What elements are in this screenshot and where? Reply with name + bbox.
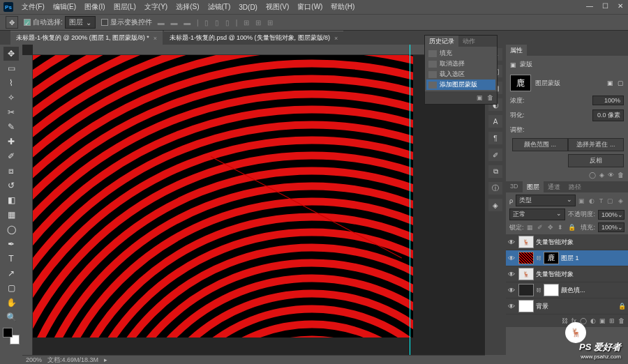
filter-icons[interactable]: ▣ ◐ T ▢ ◈ (578, 197, 625, 204)
lasso-tool[interactable]: ⌇ (3, 76, 19, 90)
document-tab-1[interactable]: 未标题-1-恢复的 @ 200% (图层 1, 图层蒙版/8) *× (10, 31, 163, 45)
auto-select-checkbox[interactable]: ✓ 自动选择: 图层⌄ (24, 16, 96, 29)
group-icon[interactable]: ▣ (599, 317, 606, 324)
menu-view[interactable]: 视图(V) (266, 2, 289, 12)
link-icon[interactable]: ⛓ (536, 287, 541, 294)
history-tab[interactable]: 历史记录 (425, 36, 458, 47)
history-item[interactable]: 添加图层蒙版 (426, 79, 495, 90)
layer-name[interactable]: 失量智能对象 (536, 238, 626, 247)
layer-thumbnail[interactable] (518, 252, 534, 264)
layer-name[interactable]: 失量智能对象 (536, 270, 626, 279)
dodge-tool[interactable]: ◯ (3, 222, 19, 236)
history-item[interactable]: 取消选择 (426, 59, 495, 69)
color-swatches[interactable] (3, 328, 20, 344)
delete-mask-icon[interactable]: 🗑 (618, 172, 624, 179)
feather-value[interactable]: 0.0 像素 (592, 109, 624, 121)
path-tool[interactable]: ↗ (3, 266, 19, 280)
apply-mask-icon[interactable]: ◈ (599, 172, 604, 179)
delete-layer-icon[interactable]: 🗑 (618, 317, 625, 324)
close-tab-icon[interactable]: × (334, 35, 338, 42)
gradient-tool[interactable]: ▦ (3, 208, 19, 222)
menu-filter[interactable]: 滤镜(T) (208, 2, 231, 12)
styles-panel-icon[interactable]: A (488, 115, 502, 128)
character-panel-icon[interactable]: ¶ (488, 132, 502, 144)
properties-tab[interactable]: 属性 (506, 45, 527, 56)
move-tool[interactable]: ✥ (3, 47, 19, 61)
info-panel-icon[interactable]: ⓘ (488, 182, 502, 195)
auto-select-dropdown[interactable]: 图层⌄ (65, 16, 96, 29)
mask-thumbnail[interactable]: 鹿 (544, 252, 559, 264)
healing-tool[interactable]: ✚ (3, 135, 19, 149)
history-new-icon[interactable]: ▣ (477, 94, 483, 101)
lock-icons[interactable]: ▦ ✐ ✥ ⬍ 🔒 (527, 224, 577, 231)
opacity-value[interactable]: 100%⌄ (598, 210, 625, 220)
layer-thumbnail[interactable] (518, 300, 534, 312)
menu-layer[interactable]: 图层(L) (114, 2, 136, 12)
kind-icon[interactable]: ρ (509, 197, 513, 204)
maximize-button[interactable]: ☐ (601, 2, 609, 10)
visibility-icon[interactable]: 👁 (508, 255, 516, 262)
menu-3d[interactable]: 3D(D) (239, 3, 257, 11)
minimize-button[interactable]: — (585, 2, 594, 10)
show-transform-checkbox[interactable]: 显示变换控件 (101, 17, 152, 27)
foreground-color[interactable] (3, 328, 13, 338)
status-arrow-icon[interactable]: ▸ (104, 356, 107, 363)
history-delete-icon[interactable]: 🗑 (487, 94, 493, 101)
mask-thumbnail[interactable] (544, 284, 559, 296)
kind-dropdown[interactable]: 类型⌄ (516, 195, 576, 206)
layer-name[interactable]: 背景 (536, 302, 616, 311)
document-canvas[interactable] (33, 55, 413, 338)
visibility-icon[interactable]: 👁 (508, 271, 516, 278)
fill-value[interactable]: 100%⌄ (598, 222, 625, 232)
menu-image[interactable]: 图像(I) (84, 2, 105, 12)
close-button[interactable]: ✕ (616, 2, 625, 10)
layer-thumbnail[interactable] (518, 284, 534, 296)
layer-thumbnail[interactable]: 🦌 (518, 236, 534, 248)
menu-window[interactable]: 窗口(W) (297, 2, 322, 12)
menu-type[interactable]: 文字(Y) (144, 2, 167, 12)
select-and-mask-button[interactable]: 选择并遮住 ... (568, 138, 624, 151)
disable-mask-icon[interactable]: 👁 (608, 172, 614, 179)
move-tool-icon[interactable]: ✥ (6, 16, 18, 29)
adjustment-icon[interactable]: ◐ (590, 317, 596, 324)
menu-edit[interactable]: 编辑(E) (53, 2, 76, 12)
paths-tab[interactable]: 路径 (565, 181, 585, 192)
zoom-level[interactable]: 200% (26, 356, 42, 363)
vector-mask-icon[interactable]: ▢ (618, 79, 624, 86)
document-tab-2[interactable]: 未标题-1-恢复的.psd @ 100% (失量智能对象, 图层蒙版/8)× (164, 31, 343, 45)
density-value[interactable]: 100% (592, 96, 624, 105)
layer-name[interactable]: 图层 1 (561, 254, 626, 263)
crop-tool[interactable]: ✂ (3, 105, 19, 119)
type-tool[interactable]: T (3, 252, 19, 266)
guide-vertical[interactable] (410, 45, 410, 355)
layer-row[interactable]: 👁 ⛓ 颜色填... (506, 282, 628, 298)
zoom-tool[interactable]: 🔍 (3, 310, 19, 324)
layer-row[interactable]: 👁 背景 🔒 (506, 298, 628, 314)
channels-tab[interactable]: 通道 (544, 181, 565, 192)
layer-row[interactable]: 👁 ⛓ 鹿 图层 1 (506, 250, 628, 266)
align-icons[interactable]: ▬ ▬ ▬ | ▯ ▯ ▯ | ⊞ ⊞ ⊞ (158, 19, 275, 26)
layer-row[interactable]: 👁 🦌 失量智能对象 (506, 234, 628, 250)
pixel-mask-icon[interactable]: ▣ (607, 79, 613, 86)
clone-panel-icon[interactable]: ⧉ (488, 165, 502, 178)
hand-tool[interactable]: ✋ (3, 296, 19, 310)
eyedropper-tool[interactable]: ✎ (3, 120, 19, 134)
link-layers-icon[interactable]: ⛓ (562, 317, 568, 324)
layer-name[interactable]: 颜色填... (561, 286, 626, 295)
stamp-tool[interactable]: ⧈ (3, 164, 19, 178)
link-icon[interactable]: ⛓ (536, 255, 541, 261)
navigator-panel-icon[interactable]: ◈ (488, 199, 502, 211)
ruler-vertical[interactable] (22, 55, 33, 355)
history-brush-tool[interactable]: ↺ (3, 179, 19, 192)
document-info[interactable]: 文档:4.69M/18.3M (47, 356, 98, 365)
history-item[interactable]: 填充 (426, 48, 495, 59)
ruler-horizontal[interactable] (33, 45, 485, 55)
layer-row[interactable]: 👁 🦌 失量智能对象 (506, 266, 628, 282)
mask-thumbnail[interactable]: 鹿 (510, 75, 531, 91)
color-range-button[interactable]: 颜色范围 ... (512, 138, 568, 151)
visibility-icon[interactable]: 👁 (508, 287, 516, 294)
menu-file[interactable]: 文件(F) (22, 2, 45, 12)
3d-tab[interactable]: 3D (506, 181, 523, 192)
close-tab-icon[interactable]: × (154, 35, 157, 42)
layers-tab[interactable]: 图层 (523, 181, 544, 192)
